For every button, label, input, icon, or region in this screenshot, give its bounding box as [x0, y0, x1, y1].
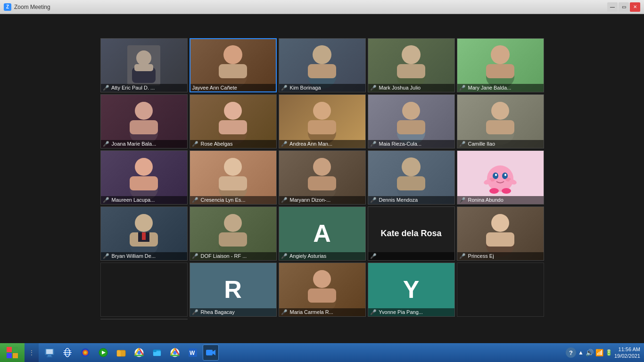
participant-name: 🎤 Maureen Lacupa...: [101, 196, 187, 204]
participant-cell[interactable]: 🎤 Dennis Mendoza: [368, 150, 455, 205]
participant-name: 🎤 Cresencia Lyn Es...: [190, 196, 276, 204]
svg-point-58: [224, 214, 242, 232]
participant-cell[interactable]: 🎤 Rose Abelgas: [190, 94, 277, 148]
maximize-button[interactable]: ▭: [619, 2, 629, 12]
participant-cell[interactable]: 🎤 Maureen Lacupa...: [100, 150, 188, 205]
svg-point-30: [135, 158, 153, 176]
participant-name: 🎤: [368, 252, 454, 260]
participant-cell[interactable]: A 🎤 Angiely Asturias: [279, 206, 366, 261]
close-button[interactable]: ✕: [630, 2, 640, 12]
participant-name: 🎤 Princess Ej: [457, 252, 544, 260]
taskbar-app-word[interactable]: W: [185, 345, 201, 361]
participant-cell[interactable]: Jayvee Ann Cañete: [190, 38, 277, 92]
svg-point-24: [402, 102, 420, 120]
svg-rect-70: [13, 353, 18, 358]
svg-rect-26: [397, 120, 425, 134]
taskbar-apps: W: [39, 345, 562, 361]
taskbar-app-ie[interactable]: [59, 345, 75, 361]
svg-rect-72: [46, 349, 53, 354]
svg-rect-17: [130, 120, 158, 134]
tray-expand[interactable]: ▲: [578, 349, 584, 356]
svg-point-49: [489, 188, 499, 194]
svg-text:W: W: [190, 350, 195, 356]
participant-grid: 🎤 Atty Eric Paul D. ... Jayvee Ann Cañet…: [100, 38, 544, 320]
taskbar-app-zoom[interactable]: [203, 345, 219, 361]
svg-rect-87: [117, 350, 120, 352]
minimize-button[interactable]: —: [607, 2, 618, 12]
svg-rect-14: [486, 64, 514, 78]
participant-cell[interactable]: 🎤 Maryann Dizon-...: [279, 150, 366, 205]
svg-point-61: [491, 214, 509, 232]
participant-cell[interactable]: 🎤 Andrea Ann Man...: [279, 94, 366, 148]
taskbar-app-explorer[interactable]: [113, 345, 129, 361]
svg-point-33: [224, 158, 242, 176]
participant-cell[interactable]: 🎤 Mark Joshua Julio: [368, 38, 455, 92]
participant-name: 🎤 Kim Borinaga: [279, 84, 365, 92]
svg-point-12: [491, 45, 510, 64]
taskbar-app-media[interactable]: [95, 345, 111, 361]
volume-icon[interactable]: 🔊: [586, 349, 594, 356]
participant-cell[interactable]: 🎤 Bryan William De...: [100, 206, 188, 261]
taskbar-app-chrome[interactable]: [131, 345, 147, 361]
participant-cell[interactable]: 🎤 Princess Ej: [457, 206, 544, 261]
title-bar: Z Zoom Meeting — ▭ ✕: [0, 0, 644, 14]
participant-cell[interactable]: 🎤 Cresencia Lyn Es...: [190, 150, 277, 205]
participant-cell[interactable]: Y 🎤 Yvonne Pia Pang...: [368, 263, 455, 317]
titlebar-left: Z Zoom Meeting: [4, 3, 50, 11]
window-title: Zoom Meeting: [14, 4, 50, 10]
participant-cell[interactable]: 🎤 Atty Eric Paul D. ...: [100, 38, 188, 92]
participant-name: 🎤 DOF Liaison - RF ...: [190, 252, 276, 260]
svg-point-39: [402, 157, 421, 176]
participant-cell[interactable]: 🎤 Joana Marie Bala...: [100, 94, 188, 148]
taskbar-app-chrome2[interactable]: [167, 345, 183, 361]
network-icon[interactable]: 📶: [595, 349, 603, 356]
participant-cell[interactable]: 🎤 DOF Liaison - RF ...: [190, 206, 277, 261]
participant-cell[interactable]: 🎤 Maia Rieza-Cula...: [368, 94, 455, 148]
participant-name: 🎤 Bryan William De...: [101, 252, 187, 260]
svg-point-3: [223, 45, 242, 64]
svg-rect-11: [397, 64, 425, 78]
taskbar-app-files[interactable]: [149, 345, 165, 361]
participant-cell[interactable]: 🎤 Camille Ilao: [457, 94, 544, 148]
participant-cell[interactable]: Kate dela Rosa 🎤: [368, 206, 455, 261]
svg-point-18: [224, 102, 242, 120]
participant-name: 🎤 Maia Rieza-Cula...: [368, 140, 454, 148]
taskbar: ⋮: [0, 343, 644, 362]
svg-point-82: [84, 351, 87, 354]
svg-rect-23: [308, 120, 336, 134]
svg-point-64: [313, 270, 331, 288]
participant-name: 🎤 Rose Abelgas: [190, 140, 276, 148]
participant-name: Jayvee Ann Cañete: [190, 84, 276, 91]
time-display: 11:56 AM: [619, 346, 640, 353]
svg-point-45: [495, 174, 497, 176]
participant-cell[interactable]: 🎤 Mary Jane Balda...: [457, 38, 544, 92]
svg-rect-67: [7, 347, 12, 352]
participant-name: 🎤 Dennis Mendoza: [368, 196, 454, 204]
participant-name: 🎤 Ronina Abundo: [457, 196, 544, 204]
svg-rect-35: [219, 176, 247, 190]
battery-icon: 🔋: [605, 349, 612, 356]
participant-cell[interactable]: 🎤 Kim Borinaga: [279, 38, 366, 92]
svg-rect-57: [142, 232, 146, 240]
participant-name: 🎤 Angiely Asturias: [279, 252, 365, 260]
svg-rect-38: [308, 176, 336, 190]
window-controls[interactable]: — ▭ ✕: [607, 2, 640, 12]
taskbar-app-my-computer[interactable]: [41, 345, 58, 361]
svg-rect-60: [219, 232, 247, 247]
start-button[interactable]: [0, 343, 25, 362]
participant-name: 🎤 Atty Eric Paul D. ...: [101, 84, 187, 92]
svg-rect-5: [219, 64, 247, 78]
taskbar-app-firefox[interactable]: [77, 345, 93, 361]
participant-cell[interactable]: R 🎤 Rhea Bagacay: [190, 263, 277, 317]
participant-name: 🎤 Andrea Ann Man...: [279, 140, 365, 148]
help-icon[interactable]: ?: [566, 347, 576, 358]
participant-cell[interactable]: 🎤 Ronina Abundo: [457, 150, 544, 205]
empty-cell: [100, 263, 188, 317]
participant-name: 🎤 Mary Jane Balda...: [457, 84, 544, 92]
participant-cell[interactable]: 🎤 Maria Carmela R...: [279, 263, 366, 317]
svg-point-46: [504, 174, 506, 176]
app-icon: Z: [4, 3, 11, 11]
system-tray: ? ▲ 🔊 📶 🔋 11:56 AM 19/02/2021: [562, 346, 644, 360]
svg-rect-68: [13, 347, 18, 352]
svg-point-15: [135, 102, 153, 120]
